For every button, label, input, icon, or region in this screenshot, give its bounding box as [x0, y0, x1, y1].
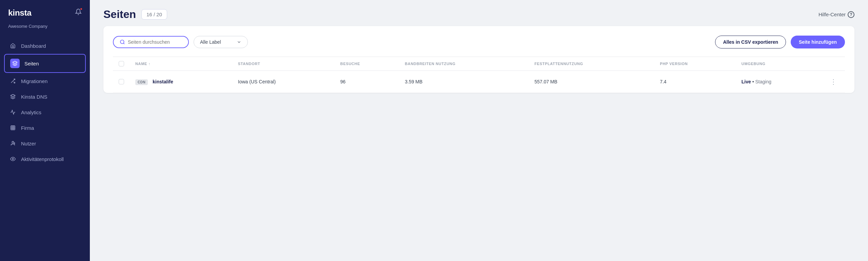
- row-bandbreite-cell: 3.59 MB: [399, 71, 529, 93]
- sidebar-item-aktivitaeten[interactable]: Aktivitätenprotokoll: [4, 152, 86, 166]
- sidebar-item-label-aktivitaeten: Aktivitätenprotokoll: [21, 156, 64, 162]
- sidebar-nav: Dashboard Seiten: [0, 36, 90, 261]
- export-csv-button[interactable]: Alles in CSV exportieren: [715, 36, 786, 48]
- row-besuche-cell: 96: [335, 71, 399, 93]
- svg-line-10: [123, 43, 124, 44]
- notification-bell[interactable]: [75, 8, 82, 17]
- col-actions: [822, 57, 845, 71]
- env-staging: Staging: [755, 79, 771, 84]
- sidebar-item-nutzer[interactable]: Nutzer: [4, 136, 86, 151]
- company-name: Awesome Company: [0, 24, 90, 36]
- row-more-button[interactable]: ⋮: [827, 77, 840, 86]
- svg-marker-1: [13, 61, 17, 63]
- col-bandbreiten: BANDBREITEN NUTZUNG: [399, 57, 529, 71]
- col-checkbox: [113, 57, 130, 71]
- row-checkbox-cell: [113, 71, 130, 93]
- col-name: NAME ↑: [130, 57, 233, 71]
- kinsta-logo-svg: kinsta: [8, 7, 40, 18]
- chart-icon: [9, 109, 16, 116]
- sidebar-item-label-firma: Firma: [21, 125, 34, 131]
- help-center-link[interactable]: Hilfe-Center ?: [818, 11, 854, 18]
- search-wrapper: [113, 36, 189, 48]
- user-plus-icon: [9, 140, 16, 147]
- sidebar: kinsta Awesome Company Dashboard: [0, 0, 90, 261]
- sidebar-item-dashboard[interactable]: Dashboard: [4, 38, 86, 53]
- sidebar-item-analytics[interactable]: Analytics: [4, 105, 86, 120]
- sidebar-item-firma[interactable]: Firma: [4, 120, 86, 135]
- sidebar-item-seiten[interactable]: Seiten: [4, 54, 86, 73]
- col-festplatten: FESTPLATTENNUTZUNG: [529, 57, 654, 71]
- notification-badge: [80, 7, 83, 11]
- eye-icon: [9, 156, 16, 162]
- sidebar-item-label-seiten: Seiten: [24, 61, 39, 66]
- main-card: Alle Label Alles in CSV exportieren Seit…: [103, 26, 854, 93]
- select-all-checkbox[interactable]: [119, 61, 124, 66]
- sidebar-item-kinsta-dns[interactable]: Kinsta DNS: [4, 89, 86, 104]
- env-separator: •: [752, 79, 755, 84]
- svg-rect-4: [11, 126, 15, 130]
- svg-text:kinsta: kinsta: [8, 8, 32, 17]
- home-icon: [9, 42, 16, 49]
- row-festplatten-cell: 557.07 MB: [529, 71, 654, 93]
- svg-point-5: [12, 141, 14, 143]
- sidebar-item-label-migrationen: Migrationen: [21, 78, 47, 84]
- sidebar-logo-area: kinsta: [0, 0, 90, 24]
- svg-point-9: [120, 40, 124, 44]
- search-icon: [120, 39, 125, 45]
- col-besuche: BESUCHE: [335, 57, 399, 71]
- svg-point-8: [12, 158, 14, 160]
- page-count-badge: 16 / 20: [141, 9, 167, 20]
- row-checkbox[interactable]: [119, 79, 124, 84]
- sidebar-item-label-nutzer: Nutzer: [21, 141, 36, 146]
- toolbar: Alle Label Alles in CSV exportieren Seit…: [113, 36, 845, 48]
- page-title: Seiten: [103, 8, 136, 21]
- layers-icon: [10, 59, 20, 68]
- table-row: CDN kinstalife Iowa (US Central) 96 3.59…: [113, 71, 845, 93]
- col-php: PHP VERSION: [654, 57, 736, 71]
- row-php-cell: 7.4: [654, 71, 736, 93]
- topbar: Seiten 16 / 20 Hilfe-Center ?: [90, 0, 868, 26]
- row-name-cell: CDN kinstalife: [130, 71, 233, 93]
- cdn-badge: CDN: [135, 79, 148, 85]
- sites-table: NAME ↑ STANDORT BESUCHE BANDBREITEN NUTZ…: [113, 57, 845, 93]
- label-dropdown[interactable]: Alle Label: [194, 36, 248, 48]
- site-name[interactable]: kinstalife: [153, 79, 173, 84]
- row-standort-cell: Iowa (US Central): [233, 71, 335, 93]
- chevron-down-icon: [237, 40, 241, 44]
- sidebar-item-label-dns: Kinsta DNS: [21, 94, 47, 100]
- logo: kinsta: [8, 7, 40, 18]
- page-title-area: Seiten 16 / 20: [103, 8, 167, 21]
- sidebar-item-migrationen[interactable]: Migrationen: [4, 74, 86, 88]
- sidebar-item-label-dashboard: Dashboard: [21, 43, 46, 49]
- row-actions-cell: ⋮: [822, 71, 845, 93]
- label-dropdown-text: Alle Label: [200, 39, 221, 45]
- col-umgebung: UMGEBUNG: [736, 57, 822, 71]
- add-page-button[interactable]: Seite hinzufügen: [791, 36, 845, 48]
- building-icon: [9, 124, 16, 131]
- row-env-cell: Live • Staging: [736, 71, 822, 93]
- sidebar-item-label-analytics: Analytics: [21, 109, 41, 115]
- main-content: Seiten 16 / 20 Hilfe-Center ? Alle Label: [90, 0, 868, 261]
- help-icon: ?: [848, 11, 854, 18]
- shuffle-icon: [9, 78, 16, 84]
- dns-icon: [9, 93, 16, 100]
- help-center-label: Hilfe-Center: [818, 12, 846, 17]
- search-input[interactable]: [128, 39, 182, 45]
- col-standort: STANDORT: [233, 57, 335, 71]
- env-live: Live: [742, 79, 751, 84]
